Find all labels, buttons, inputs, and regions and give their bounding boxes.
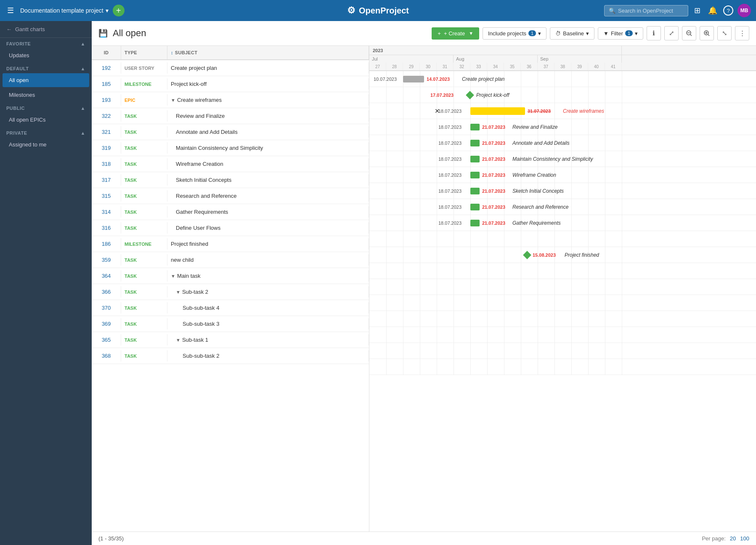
cell-type: TASK	[121, 286, 167, 298]
sidebar-section-private[interactable]: PRIVATE ▲	[0, 127, 92, 137]
per-page-100[interactable]: 100	[740, 535, 749, 542]
cell-id[interactable]: 318	[92, 158, 121, 170]
gantt-week: 28	[386, 63, 403, 70]
search-bar[interactable]: 🔍 Search in OpenProject	[604, 5, 688, 16]
cell-id[interactable]: 319	[92, 142, 121, 154]
cell-id[interactable]: 192	[92, 62, 121, 74]
sidebar-section-public[interactable]: PUBLIC ▲	[0, 102, 92, 112]
gantt-week: 40	[588, 63, 605, 70]
cell-subject[interactable]: Gather Requirements	[167, 206, 369, 218]
cell-id[interactable]: 316	[92, 222, 121, 234]
quick-add-button[interactable]: +	[113, 5, 125, 16]
gantt-bar[interactable]	[470, 172, 480, 178]
zoom-out-button[interactable]	[682, 26, 696, 40]
cell-id[interactable]: 193	[92, 94, 121, 106]
filter-button[interactable]: ▼ Filter 1 ▾	[598, 27, 643, 40]
gantt-month-aug: Aug	[454, 55, 538, 63]
cell-subject[interactable]: Create project plan	[167, 62, 369, 74]
cell-id[interactable]: 364	[92, 270, 121, 282]
cell-subject[interactable]: ▼Sub-task 1	[167, 334, 369, 346]
include-projects-button[interactable]: Include projects 1 ▾	[483, 27, 546, 40]
cell-subject[interactable]: ▼Create wireframes	[167, 94, 369, 106]
avatar[interactable]: MB	[737, 4, 751, 17]
cell-type: TASK	[121, 222, 167, 234]
gantt-bar[interactable]	[470, 107, 525, 115]
gantt-bar[interactable]	[470, 156, 480, 162]
cell-subject[interactable]: Sub-sub-task 3	[167, 318, 369, 330]
sidebar-item-updates[interactable]: Updates	[3, 48, 89, 62]
more-button[interactable]: ⋮	[735, 26, 749, 40]
gantt-bar[interactable]	[470, 220, 480, 226]
sidebar-section-default[interactable]: DEFAULT ▲	[0, 63, 92, 73]
collapse-icon[interactable]: ▼	[176, 290, 180, 295]
cell-subject[interactable]: Project finished	[167, 238, 369, 250]
cell-id[interactable]: 322	[92, 110, 121, 122]
cell-subject[interactable]: Sub-sub-task 2	[167, 350, 369, 362]
project-name[interactable]: Documentation template project ▾	[20, 7, 109, 14]
cell-id[interactable]: 366	[92, 286, 121, 298]
sidebar-section-favorite[interactable]: FAVORITE ▲	[0, 38, 92, 48]
cell-subject[interactable]: Define User Flows	[167, 222, 369, 234]
cell-id[interactable]: 315	[92, 190, 121, 202]
collapse-icon[interactable]: ▼	[176, 338, 180, 343]
collapse-icon[interactable]: ▼	[171, 274, 175, 279]
per-page-20[interactable]: 20	[730, 535, 736, 542]
sidebar-item-all-open[interactable]: All open	[3, 73, 89, 87]
cell-subject[interactable]: ▼Main task	[167, 270, 369, 282]
col-subject: ↕ SUBJECT	[167, 46, 369, 59]
cell-id[interactable]: 321	[92, 126, 121, 138]
fit-button[interactable]: ⤡	[717, 26, 732, 40]
cell-type: EPIC	[121, 94, 167, 106]
sidebar-item-assigned-to-me[interactable]: Assigned to me	[3, 138, 89, 152]
cell-id[interactable]: 359	[92, 254, 121, 266]
cell-type: MILESTONE	[121, 78, 167, 90]
cell-subject[interactable]: Sub-sub-task 4	[167, 302, 369, 314]
create-button[interactable]: + + Create ▼	[432, 27, 479, 40]
cell-id[interactable]: 314	[92, 206, 121, 218]
fullscreen-button[interactable]: ⤢	[664, 26, 679, 40]
cell-id[interactable]: 185	[92, 78, 121, 90]
sidebar-item-all-open-epics[interactable]: All open EPICs	[3, 113, 89, 127]
logo: ⚙ OpenProject	[347, 5, 409, 16]
collapse-icon[interactable]: ▼	[171, 98, 175, 103]
cell-id[interactable]: 317	[92, 174, 121, 186]
content-header: 💾 All open + + Create ▼ Include projects…	[92, 21, 756, 46]
subject-sort-icon[interactable]: ↕	[171, 50, 173, 55]
gantt-row	[369, 343, 756, 359]
cell-id[interactable]: 369	[92, 318, 121, 330]
cell-subject[interactable]: Research and Reference	[167, 190, 369, 202]
cell-subject[interactable]: Annotate and Add Details	[167, 126, 369, 138]
cell-id[interactable]: 186	[92, 238, 121, 250]
help-icon[interactable]: ?	[723, 5, 733, 16]
cell-subject[interactable]: new child	[167, 254, 369, 266]
sidebar-item-milestones[interactable]: Milestones	[3, 88, 89, 102]
sidebar-back-button[interactable]: ← Gantt charts	[0, 21, 92, 38]
cell-subject[interactable]: Maintain Consistency and Simplicity	[167, 142, 369, 154]
gantt-bar[interactable]	[470, 140, 480, 146]
gantt-bar[interactable]	[470, 124, 480, 130]
baseline-button[interactable]: ⏱ Baseline ▾	[550, 27, 594, 40]
bell-icon[interactable]: 🔔	[706, 4, 719, 17]
cell-subject[interactable]: Project kick-off	[167, 78, 369, 90]
chevron-down-icon: ▾	[635, 30, 638, 37]
zoom-in-button[interactable]	[700, 26, 714, 40]
gantt-month-jul: Jul	[369, 55, 454, 63]
gantt-bar[interactable]	[470, 204, 480, 210]
cell-subject[interactable]: Sketch Initial Concepts	[167, 174, 369, 186]
svg-line-1	[690, 35, 692, 36]
gantt-bar[interactable]	[403, 76, 424, 82]
cell-subject[interactable]: Wireframe Creation	[167, 158, 369, 170]
menu-icon[interactable]: ☰	[5, 4, 16, 17]
grid-icon[interactable]: ⊞	[692, 4, 702, 17]
gantt-bar[interactable]	[470, 188, 480, 194]
gantt-row	[369, 327, 756, 343]
cell-subject[interactable]: ▼Sub-task 2	[167, 286, 369, 298]
cell-id[interactable]: 365	[92, 334, 121, 346]
gantt-end-date: 14.07.2023	[427, 77, 450, 82]
table-row: 318 TASK Wireframe Creation	[92, 156, 369, 172]
chevron-up-icon: ▲	[81, 130, 85, 136]
cell-id[interactable]: 370	[92, 302, 121, 314]
cell-subject[interactable]: Review and Finalize	[167, 110, 369, 122]
cell-id[interactable]: 368	[92, 350, 121, 362]
info-button[interactable]: ℹ	[647, 26, 661, 40]
